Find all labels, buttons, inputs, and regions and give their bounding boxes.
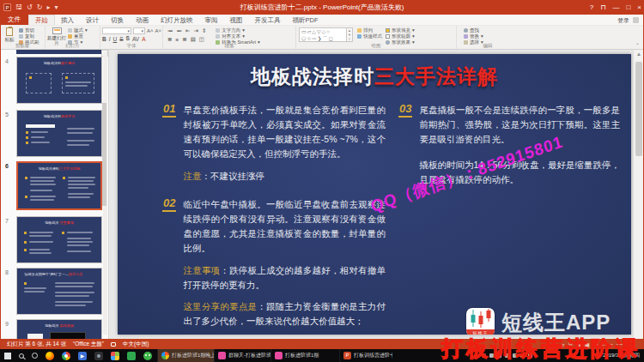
- grow-font-icon[interactable]: A˄: [147, 28, 154, 33]
- tray-icon[interactable]: [513, 353, 517, 358]
- redo-icon[interactable]: ↻: [37, 4, 43, 11]
- text-shadow-icon[interactable]: 𝐒: [126, 35, 130, 42]
- normal-view-icon[interactable]: ▤: [576, 341, 581, 347]
- thumbnail-slide-8[interactable]: 情绪冰点期用个“择时”之一—技术心态: [16, 268, 102, 315]
- italic-icon[interactable]: I: [109, 36, 111, 42]
- avatar[interactable]: [633, 17, 639, 23]
- thumbnail-slide-9[interactable]: 地板战法 实战案例: [16, 319, 102, 339]
- strikethrough-icon[interactable]: S: [119, 36, 123, 42]
- zoom-in-icon[interactable]: +: [627, 341, 630, 347]
- zoom-slider[interactable]: ──: [617, 341, 624, 347]
- notes-button[interactable]: ▭: [560, 341, 565, 347]
- signin-link[interactable]: 登录: [617, 16, 629, 25]
- font-size-select[interactable]: ▾: [133, 27, 145, 34]
- tray-volume-icon[interactable]: [520, 353, 525, 358]
- capture-app-icon[interactable]: [94, 352, 103, 360]
- copy-button[interactable]: 复制: [19, 33, 39, 39]
- reset-button[interactable]: 重置: [68, 33, 88, 39]
- slide-textbox-left[interactable]: 01 早盘竞价撬板手法，一般就是集合竞价看到巨量的封板被万手单吃入，必须真实成交…: [162, 103, 386, 329]
- tab-transitions[interactable]: 切换: [105, 15, 130, 25]
- wechat-icon[interactable]: [143, 352, 152, 360]
- slide-sorter-icon[interactable]: ▦: [585, 341, 590, 347]
- layout-button[interactable]: 版式 ▾: [68, 27, 88, 33]
- chrome-icon[interactable]: [62, 352, 70, 360]
- shapes-gallery[interactable]: ▭▱△▽◇○⬠☆⇨❯⌒◻: [299, 27, 347, 42]
- slideshow-view-icon[interactable]: 🗖: [601, 341, 606, 347]
- start-button[interactable]: [4, 353, 11, 359]
- slideshow-icon[interactable]: ▸: [46, 4, 50, 11]
- columns-icon[interactable]: ◫: [199, 36, 204, 43]
- undo-icon[interactable]: ↺: [27, 4, 33, 11]
- thumbnail-slide-4[interactable]: 地板战法的两个概念: [16, 57, 102, 104]
- align-left-icon[interactable]: ≣: [167, 36, 172, 43]
- underline-icon[interactable]: U: [113, 36, 118, 42]
- taskbar-task-powerpoint[interactable]: P 打板训练营进阶十...: [339, 349, 392, 362]
- slide-canvas[interactable]: 地板战法择时三大手法详解 01 早盘竞价撬板手法，一般就是集合竞价看到巨量的封板…: [118, 54, 631, 335]
- taskbar-search-icon[interactable]: [19, 353, 24, 359]
- tray-icon[interactable]: [489, 353, 494, 358]
- quick-styles-button[interactable]: 快速样式: [357, 33, 382, 39]
- task-view-icon[interactable]: [32, 353, 38, 359]
- bullets-icon[interactable]: ≔: [167, 27, 173, 34]
- numbering-icon[interactable]: ≕: [177, 27, 183, 34]
- tab-slideshow[interactable]: 幻灯片放映: [155, 15, 199, 25]
- taskbar-task-video[interactable]: 打板进阶班1期晚上2...: [157, 349, 214, 362]
- thumbnail-slide3-partial[interactable]: [16, 50, 102, 54]
- player-app-icon[interactable]: ▶: [78, 352, 87, 360]
- indent-decrease-icon[interactable]: ⇤: [185, 27, 190, 34]
- find-button[interactable]: 查找: [464, 27, 483, 33]
- taskbar-task-class[interactable]: 打板进阶班1期: [270, 349, 320, 362]
- minimize-button[interactable]: —: [612, 3, 619, 11]
- ribbon-display-options-icon[interactable]: ⊓: [600, 3, 605, 11]
- tab-foxit-pdf[interactable]: 福昕PDF: [287, 15, 325, 25]
- reading-view-icon[interactable]: ▭: [593, 341, 598, 347]
- shrink-font-icon[interactable]: A˅: [155, 28, 162, 33]
- font-color-icon[interactable]: A: [142, 36, 145, 42]
- tray-icon[interactable]: [497, 353, 501, 358]
- thumbnail-slide-5[interactable]: 地板战法的具体手法: [16, 110, 102, 157]
- taskbar-clock[interactable]: 2019/3/7 星期四: [603, 349, 640, 362]
- indent-increase-icon[interactable]: ⇥: [193, 27, 197, 34]
- tab-home[interactable]: 开始: [28, 15, 55, 25]
- qat-customize-icon[interactable]: ▾: [54, 4, 58, 11]
- justify-icon[interactable]: ▤: [191, 36, 196, 43]
- panel-scrollbar[interactable]: [103, 51, 107, 335]
- green-app-icon[interactable]: [127, 352, 136, 360]
- tray-sogou-icon[interactable]: [482, 353, 486, 358]
- help-icon[interactable]: ?: [590, 3, 593, 11]
- tab-developer[interactable]: 开发工具: [249, 15, 287, 25]
- firefox-icon[interactable]: [46, 352, 54, 360]
- tab-view[interactable]: 视图: [224, 15, 249, 25]
- slide-title[interactable]: 地板战法择时三大手法详解: [118, 63, 631, 90]
- line-spacing-icon[interactable]: ⇕: [202, 27, 206, 34]
- language-indicator[interactable]: 中文(中国): [123, 341, 149, 348]
- tab-animations[interactable]: 动画: [130, 15, 155, 25]
- align-center-icon[interactable]: ≡: [175, 37, 179, 43]
- comments-button[interactable]: 🗨: [568, 341, 573, 347]
- shape-fill-button[interactable]: 形状填充 ▾: [386, 27, 415, 33]
- pinwheel-app-icon[interactable]: [111, 352, 119, 360]
- maximize-button[interactable]: □: [626, 3, 630, 11]
- text-direction-button[interactable]: 文字方向 ▾: [216, 27, 260, 33]
- close-button[interactable]: ×: [637, 3, 641, 11]
- spellcheck-icon[interactable]: [111, 342, 116, 347]
- font-family-select[interactable]: ▾: [102, 27, 131, 34]
- tab-review[interactable]: 审阅: [199, 15, 224, 25]
- taskbar-task-groupchat[interactable]: 群聊天-打板进阶班...: [214, 349, 270, 362]
- save-icon[interactable]: 🖫: [15, 4, 22, 11]
- thumbnail-slide-6-selected[interactable]: 地板战法择时三大手法详解: [16, 161, 102, 210]
- shape-outline-button[interactable]: 形状轮廓 ▾: [386, 33, 415, 39]
- paste-button[interactable]: 粘贴: [0, 27, 19, 42]
- tab-design[interactable]: 设计: [80, 15, 105, 25]
- tray-network-icon[interactable]: [528, 353, 532, 358]
- cut-button[interactable]: 剪切: [19, 27, 39, 33]
- replace-button[interactable]: 替换 ▾: [464, 33, 483, 39]
- collapse-ribbon-icon[interactable]: ⌃: [635, 42, 640, 48]
- tray-icon[interactable]: [505, 353, 509, 358]
- thumbnail-slide-7[interactable]: 地板战法 注意事项: [16, 216, 102, 263]
- tab-file[interactable]: 文件: [0, 15, 28, 25]
- align-right-icon[interactable]: ≣: [182, 36, 186, 43]
- zoom-out-icon[interactable]: −: [610, 341, 613, 347]
- bold-icon[interactable]: B: [102, 36, 106, 42]
- align-text-button[interactable]: 对齐文本 ▾: [216, 33, 260, 39]
